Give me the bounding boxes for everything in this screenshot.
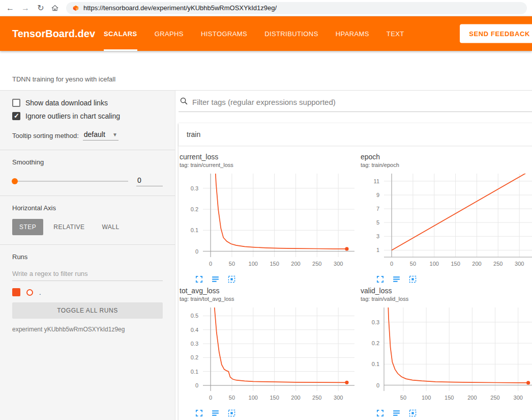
browser-toolbar: ← → ↻ https://tensorboard.dev/experiment…: [0, 0, 532, 16]
svg-text:200: 200: [472, 261, 481, 267]
svg-text:300: 300: [334, 261, 343, 267]
checkbox-unchecked-icon[interactable]: [12, 99, 20, 107]
chart-plot[interactable]: 1357911050100150200250300: [361, 171, 532, 271]
svg-text:0: 0: [390, 261, 393, 267]
tooltip-sorting-row: Tooltip sorting method: default ▼: [12, 130, 163, 141]
svg-text:0.3: 0.3: [191, 341, 198, 347]
address-bar[interactable]: https://tensorboard.dev/experiment/yKUbh…: [66, 2, 527, 14]
show-download-links-row[interactable]: Show data download links: [12, 99, 163, 107]
expand-chart-icon[interactable]: [195, 275, 203, 284]
tag-filter-input[interactable]: [192, 98, 532, 106]
chart-toolbar: [361, 405, 532, 417]
svg-text:0.2: 0.2: [372, 340, 379, 346]
tab-scalars[interactable]: SCALARS: [104, 16, 137, 51]
svg-text:150: 150: [270, 395, 279, 401]
data-table-icon[interactable]: [211, 409, 220, 417]
svg-text:50: 50: [229, 395, 235, 401]
svg-text:150: 150: [270, 261, 279, 267]
url-text: https://tensorboard.dev/experiment/yKUbh…: [83, 4, 277, 12]
data-table-icon[interactable]: [211, 275, 220, 284]
slider-thumb[interactable]: [12, 178, 18, 184]
chart-canvas[interactable]: 1357911050100150200250300: [361, 171, 532, 271]
chart-plot[interactable]: 00.10.20.3050100150200250300: [180, 171, 358, 271]
svg-text:7: 7: [376, 206, 379, 212]
main-panel: train current_loss tag: train/current_lo…: [175, 91, 532, 420]
axis-buttons: STEPRELATIVEWALL: [12, 219, 163, 235]
divider: [0, 150, 175, 150]
axis-relative-button[interactable]: RELATIVE: [46, 219, 92, 235]
svg-text:300: 300: [514, 395, 523, 401]
svg-text:0.1: 0.1: [191, 369, 198, 375]
checkbox-checked-icon[interactable]: [12, 112, 20, 120]
svg-text:0.5: 0.5: [191, 313, 198, 319]
chart-canvas[interactable]: 00.10.20.30.40.5050100150200250300: [180, 305, 358, 405]
tooltip-sorting-value: default: [84, 130, 105, 138]
fit-domain-icon[interactable]: [408, 409, 417, 417]
svg-text:150: 150: [451, 261, 460, 267]
expand-chart-icon[interactable]: [376, 409, 385, 417]
svg-text:100: 100: [422, 395, 431, 401]
chart-title: valid_loss: [361, 287, 532, 295]
train-section-card: train current_loss tag: train/current_lo…: [179, 123, 532, 420]
toggle-all-runs-button[interactable]: TOGGLE ALL RUNS: [12, 302, 163, 319]
svg-text:3: 3: [376, 233, 379, 239]
smoothing-slider[interactable]: [12, 181, 128, 182]
divider: [0, 195, 175, 196]
home-icon[interactable]: [51, 4, 61, 12]
fit-domain-icon[interactable]: [227, 409, 236, 417]
chart-canvas[interactable]: 00.10.20.350100150200250300: [361, 305, 532, 405]
svg-text:0: 0: [376, 382, 379, 388]
fit-domain-icon[interactable]: [227, 275, 236, 284]
svg-text:100: 100: [430, 261, 439, 267]
chart-canvas[interactable]: 00.10.20.3050100150200250300: [180, 171, 358, 271]
svg-text:0.4: 0.4: [191, 327, 198, 333]
run-checkbox-checked-icon[interactable]: [12, 288, 20, 296]
smoothing-value-field[interactable]: 0: [136, 176, 163, 186]
tab-histograms[interactable]: HISTOGRAMS: [201, 16, 247, 51]
chart-plot[interactable]: 00.10.20.30.40.5050100150200250300: [180, 305, 358, 405]
chart-plot[interactable]: 00.10.20.350100150200250300: [361, 305, 532, 405]
tab-hparams[interactable]: HPARAMS: [336, 16, 369, 51]
runs-filter-input[interactable]: [12, 268, 163, 281]
tooltip-sorting-select[interactable]: default ▼: [83, 130, 119, 141]
chart-toolbar: [361, 271, 532, 284]
svg-text:11: 11: [374, 178, 379, 184]
expand-chart-icon[interactable]: [195, 409, 203, 417]
chart-card: tot_avg_loss tag: train/tot_avg_loss 00.…: [179, 287, 358, 420]
chevron-down-icon: ▼: [112, 132, 117, 137]
forward-icon[interactable]: →: [20, 4, 31, 13]
train-section-header[interactable]: train: [179, 123, 532, 146]
tab-text[interactable]: TEXT: [387, 16, 404, 51]
fit-domain-icon[interactable]: [408, 275, 417, 284]
show-download-links-label: Show data download links: [25, 99, 108, 107]
axis-wall-button[interactable]: WALL: [95, 219, 126, 235]
back-icon[interactable]: ←: [5, 4, 15, 13]
chart-toolbar: [180, 405, 358, 417]
svg-text:0.2: 0.2: [191, 354, 198, 360]
nav-tabs: SCALARSGRAPHSHISTOGRAMSDISTRIBUTIONSHPAR…: [104, 16, 404, 51]
svg-text:0: 0: [209, 395, 212, 401]
app-header: TensorBoard.dev SCALARSGRAPHSHISTOGRAMSD…: [0, 16, 532, 51]
site-icon: [72, 5, 79, 12]
data-table-icon[interactable]: [392, 409, 401, 417]
tab-distributions[interactable]: DISTRIBUTIONS: [264, 16, 318, 51]
chart-tag: tag: train/valid_loss: [361, 296, 532, 302]
svg-text:250: 250: [490, 395, 499, 401]
axis-step-button[interactable]: STEP: [12, 219, 43, 235]
brand-logo[interactable]: TensorBoard.dev: [0, 28, 104, 40]
ignore-outliers-row[interactable]: Ignore outliers in chart scaling: [12, 112, 163, 120]
run-row[interactable]: .: [12, 288, 163, 296]
experiment-description: TDNN training for yesno with icefall: [12, 75, 532, 83]
chart-card: epoch tag: train/epoch 13579110501001502…: [360, 153, 532, 287]
reload-icon[interactable]: ↻: [36, 3, 46, 13]
svg-text:100: 100: [249, 395, 258, 401]
send-feedback-button[interactable]: SEND FEEDBACK: [460, 24, 532, 43]
svg-text:5: 5: [376, 219, 379, 226]
expand-chart-icon[interactable]: [376, 275, 385, 284]
svg-text:0.2: 0.2: [191, 206, 198, 212]
tab-graphs[interactable]: GRAPHS: [155, 16, 184, 51]
tag-filter-row: [179, 97, 532, 112]
data-table-icon[interactable]: [392, 275, 401, 284]
experiment-description-bar: TDNN training for yesno with icefall: [0, 51, 532, 91]
svg-text:50: 50: [400, 395, 406, 401]
